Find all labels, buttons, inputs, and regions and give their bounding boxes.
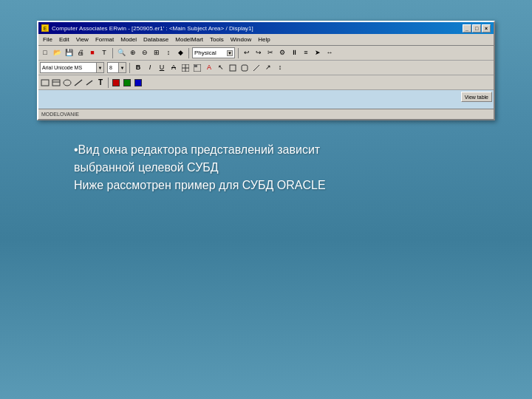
draw-slash-button[interactable] bbox=[84, 78, 95, 88]
paste-button[interactable]: T bbox=[99, 48, 109, 58]
svg-rect-8 bbox=[41, 80, 49, 86]
separator-draw-1 bbox=[108, 78, 109, 88]
toolbar-row-3: T bbox=[38, 75, 494, 90]
new-button[interactable]: □ bbox=[40, 48, 50, 58]
zoom-tool-button[interactable]: ↕ bbox=[163, 48, 174, 58]
font-dropdown-arrow[interactable]: ▼ bbox=[96, 63, 103, 72]
dropdown-arrow-icon: ▼ bbox=[227, 50, 233, 56]
menu-view[interactable]: View bbox=[73, 35, 92, 44]
toolbar-row-2: Arial Unicode MS ▼ 8 ▼ B I U A A ↖ bbox=[38, 61, 494, 75]
link-button[interactable]: ↕ bbox=[275, 63, 285, 73]
underline-button[interactable]: U bbox=[157, 63, 167, 73]
draw-line-button[interactable] bbox=[73, 78, 83, 88]
svg-rect-5 bbox=[230, 65, 236, 71]
font-name-value: Arial Unicode MS bbox=[41, 65, 96, 70]
separator-3 bbox=[238, 48, 239, 58]
svg-line-13 bbox=[86, 81, 92, 85]
bold-button[interactable]: B bbox=[133, 63, 143, 73]
cut-button[interactable]: ✂ bbox=[265, 48, 276, 58]
minimize-button[interactable]: _ bbox=[463, 24, 471, 33]
diamond-button[interactable]: ◆ bbox=[175, 48, 185, 58]
menu-bar: File Edit View Format Model Database Mod… bbox=[38, 34, 494, 46]
menu-tools[interactable]: Tools bbox=[207, 35, 227, 44]
font-size-selector[interactable]: 8 ▼ bbox=[107, 62, 126, 73]
bullet-text: •Вид окна редактора представлений зависи… bbox=[74, 143, 320, 156]
strikethrough-button[interactable]: A bbox=[168, 63, 179, 73]
svg-rect-6 bbox=[242, 65, 248, 71]
window-controls: _ □ × bbox=[463, 24, 491, 33]
font-size-value: 8 bbox=[108, 65, 118, 70]
draw-ellipse-button[interactable] bbox=[62, 78, 72, 88]
model-type-dropdown[interactable]: Physical ▼ bbox=[192, 47, 235, 58]
align-button[interactable]: ≡ bbox=[301, 48, 311, 58]
zoom-out-button[interactable]: ⊖ bbox=[140, 48, 150, 58]
menu-format[interactable]: Format bbox=[92, 35, 117, 44]
text-line-3: Ниже рассмотрен пример для СУБД ORACLE bbox=[74, 177, 502, 194]
italic-button[interactable]: I bbox=[145, 63, 155, 73]
redo-button[interactable]: ↪ bbox=[253, 48, 264, 58]
diagram-canvas[interactable]: View table bbox=[38, 90, 494, 109]
menu-database[interactable]: Database bbox=[140, 35, 171, 44]
separator-2 bbox=[188, 48, 189, 58]
copy-button[interactable]: ■ bbox=[87, 48, 98, 58]
menu-model[interactable]: Model bbox=[117, 35, 140, 44]
nav2-button[interactable]: ↔ bbox=[324, 48, 335, 58]
status-text: MODELOVANIE bbox=[41, 112, 79, 117]
erwin-app-icon: E bbox=[41, 24, 49, 32]
svg-line-7 bbox=[253, 65, 259, 71]
open-button[interactable]: 📂 bbox=[52, 48, 62, 58]
zoom-in2-button[interactable]: ⊕ bbox=[128, 48, 138, 58]
font-selector[interactable]: Arial Unicode MS ▼ bbox=[40, 62, 104, 73]
save-button[interactable]: 💾 bbox=[64, 48, 74, 58]
menu-file[interactable]: File bbox=[40, 35, 55, 44]
color-picker-3[interactable] bbox=[133, 78, 143, 88]
cursor-button[interactable]: ↖ bbox=[216, 63, 226, 73]
print-button[interactable]: 🖨 bbox=[75, 48, 86, 58]
zoom-fit-button[interactable]: ⊞ bbox=[151, 48, 162, 58]
erwin-window: E Computer Associates ERwin - [250905.er… bbox=[37, 21, 495, 120]
separator-1 bbox=[112, 48, 113, 58]
menu-help[interactable]: Help bbox=[255, 35, 273, 44]
rounded-rect-button[interactable] bbox=[239, 63, 250, 73]
color-picker-1[interactable] bbox=[111, 78, 121, 88]
text-tool-button[interactable]: T bbox=[95, 78, 106, 88]
arrow-button[interactable]: ↗ bbox=[263, 63, 273, 73]
menu-window[interactable]: Window bbox=[228, 35, 254, 44]
svg-rect-4 bbox=[194, 65, 197, 67]
pause-button[interactable]: ⏸ bbox=[289, 48, 299, 58]
bullet-line: •Вид окна редактора представлений зависи… bbox=[74, 141, 502, 159]
status-bar: MODELOVANIE bbox=[38, 109, 494, 119]
color-picker-2[interactable] bbox=[122, 78, 132, 88]
draw-rect2-button[interactable] bbox=[51, 78, 61, 88]
title-bar: E Computer Associates ERwin - [250905.er… bbox=[38, 22, 494, 34]
svg-rect-9 bbox=[52, 80, 60, 86]
zoom-in-button[interactable]: 🔍 bbox=[116, 48, 126, 58]
table-icon-2[interactable] bbox=[192, 63, 202, 73]
text-content-area: •Вид окна редактора представлений зависи… bbox=[74, 141, 502, 194]
toolbar-row-1: □ 📂 💾 🖨 ■ T 🔍 ⊕ ⊖ ⊞ ↕ ◆ Physical ▼ ↩ bbox=[38, 46, 494, 61]
text-line-3-text: Ниже рассмотрен пример для СУБД ORACLE bbox=[74, 179, 326, 191]
font-color-button[interactable]: A bbox=[204, 63, 214, 73]
svg-point-11 bbox=[64, 80, 71, 86]
text-line-2: выбранной целевой СУБД bbox=[74, 159, 502, 177]
maximize-button[interactable]: □ bbox=[472, 24, 481, 33]
window-title: Computer Associates ERwin - [250905.er1'… bbox=[52, 25, 460, 32]
format-button[interactable]: ⚙ bbox=[277, 48, 287, 58]
line-button[interactable] bbox=[251, 63, 262, 73]
text-line-2-text: выбранной целевой СУБД bbox=[74, 161, 219, 174]
nav-button[interactable]: ➤ bbox=[313, 48, 323, 58]
slide-container: E Computer Associates ERwin - [250905.er… bbox=[0, 0, 532, 399]
menu-edit[interactable]: Edit bbox=[56, 35, 72, 44]
rect-select-button[interactable] bbox=[228, 63, 238, 73]
menu-modelmart[interactable]: ModelMart bbox=[172, 35, 206, 44]
close-button[interactable]: × bbox=[482, 24, 491, 33]
table-icon-1[interactable] bbox=[180, 63, 191, 73]
model-type-value: Physical bbox=[194, 50, 225, 56]
draw-rect-button[interactable] bbox=[40, 78, 50, 88]
view-table-button[interactable]: View table bbox=[461, 92, 492, 102]
svg-line-12 bbox=[75, 80, 82, 86]
separator-font-1 bbox=[129, 63, 130, 73]
size-dropdown-arrow[interactable]: ▼ bbox=[118, 63, 126, 72]
undo-button[interactable]: ↩ bbox=[242, 48, 252, 58]
